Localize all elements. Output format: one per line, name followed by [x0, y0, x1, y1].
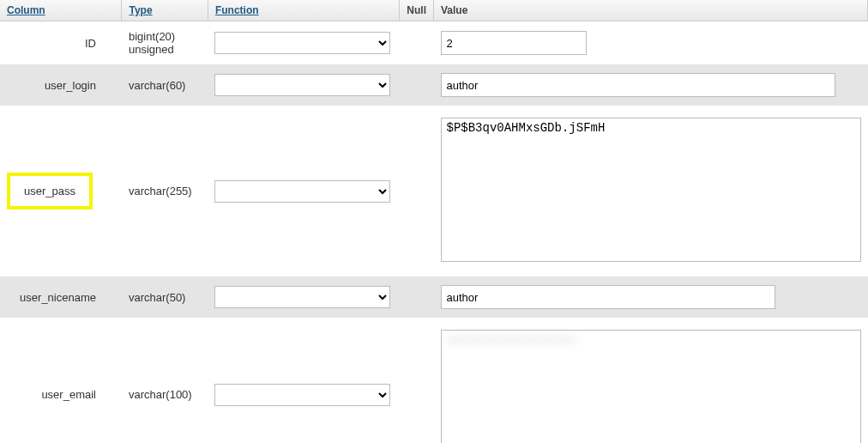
row-user-email: user_email varchar(100) xxxxxxxxxxxxxxxx… — [0, 318, 868, 443]
value-cell — [434, 21, 868, 65]
function-select[interactable] — [214, 286, 390, 308]
null-cell — [400, 318, 434, 443]
column-name: ID — [0, 21, 122, 65]
column-name: user_nicename — [0, 276, 122, 318]
function-select[interactable] — [214, 180, 390, 203]
null-cell — [400, 21, 434, 65]
header-column[interactable]: Column — [0, 0, 122, 21]
header-type[interactable]: Type — [122, 0, 208, 21]
column-type: varchar(100) — [122, 318, 208, 443]
value-input[interactable] — [441, 285, 775, 309]
row-id: ID bigint(20) unsigned — [0, 21, 868, 65]
column-name: user_login — [0, 64, 122, 106]
function-cell — [208, 276, 399, 318]
column-type: bigint(20) unsigned — [122, 21, 208, 65]
header-function[interactable]: Function — [208, 0, 399, 21]
null-cell — [400, 64, 434, 106]
row-user-login: user_login varchar(60) — [0, 64, 868, 106]
value-cell — [434, 64, 868, 106]
row-user-nicename: user_nicename varchar(50) — [0, 276, 868, 318]
value-cell: xxxxxxxxxxxxxxxxxx — [434, 318, 868, 443]
header-null: Null — [400, 0, 434, 21]
function-cell — [208, 64, 399, 106]
value-cell — [434, 276, 868, 318]
null-cell — [400, 276, 434, 318]
null-cell — [400, 106, 434, 276]
value-cell: $P$B3qv0AHMxsGDb.jSFmH — [434, 106, 868, 276]
column-type: varchar(60) — [122, 64, 208, 106]
function-select[interactable] — [214, 74, 390, 96]
value-textarea-redacted[interactable]: xxxxxxxxxxxxxxxxxx — [441, 330, 861, 443]
function-select[interactable] — [214, 384, 390, 406]
row-user-pass: user_pass varchar(255) $P$B3qv0AHMxsGDb.… — [0, 106, 868, 276]
value-input[interactable] — [441, 73, 835, 97]
db-edit-table: Column Type Function Null Value ID bigin… — [0, 0, 868, 443]
value-input[interactable] — [441, 31, 587, 55]
function-cell — [208, 318, 399, 443]
column-type: varchar(50) — [122, 276, 208, 318]
table-header-row: Column Type Function Null Value — [0, 0, 868, 21]
function-cell — [208, 106, 399, 276]
value-textarea[interactable]: $P$B3qv0AHMxsGDb.jSFmH — [441, 118, 861, 262]
function-cell — [208, 21, 399, 65]
column-name: user_email — [0, 318, 122, 443]
header-value: Value — [434, 0, 868, 21]
function-select[interactable] — [214, 32, 390, 54]
column-name: user_pass — [0, 106, 122, 276]
highlight-marker: user_pass — [7, 173, 93, 209]
column-type: varchar(255) — [122, 106, 208, 276]
